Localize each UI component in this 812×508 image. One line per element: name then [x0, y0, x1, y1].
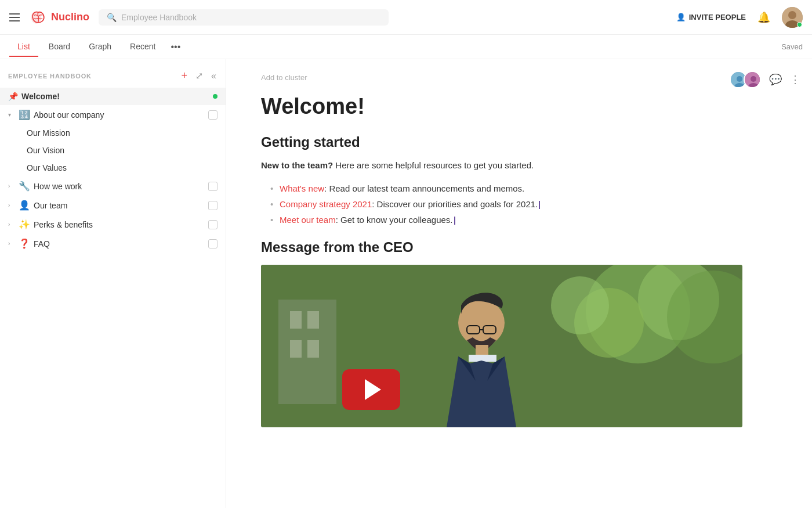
sidebar-title: EMPLOYEE HANDBOOK: [8, 73, 92, 80]
svg-rect-18: [307, 311, 319, 329]
svg-point-2: [788, 11, 796, 19]
online-dot: [213, 94, 217, 99]
collaborator-avatars: [730, 71, 761, 88]
svg-point-15: [551, 276, 609, 334]
chevron-right-icon: ›: [8, 240, 15, 247]
sidebar-item-about[interactable]: ▾ 🔢 About our company: [0, 105, 226, 124]
collapse-sidebar-button[interactable]: «: [210, 70, 217, 82]
perks-icon: ✨: [19, 219, 30, 230]
item-checkbox[interactable]: [208, 110, 217, 120]
svg-rect-19: [290, 340, 302, 358]
top-nav: Nuclino 🔍 Employee Handbook 👤 INVITE PEO…: [0, 0, 812, 35]
sidebar-item-label: Our Mission: [27, 128, 70, 138]
tabs-row: List Board Graph Recent ••• Saved: [0, 35, 812, 59]
sidebar-item-label: Welcome!: [21, 92, 209, 101]
sidebar-item-label: FAQ: [34, 239, 205, 248]
more-options-icon[interactable]: ⋮: [790, 73, 800, 86]
user-avatar-wrap: [782, 7, 803, 28]
intro-bold-text: New to the team?: [261, 160, 333, 170]
resource-list: What's new: Read our latest team announc…: [261, 181, 777, 228]
collaborator-avatar-2: [744, 71, 761, 88]
intro-text: Here are some helpful resources to get y…: [333, 160, 534, 170]
notifications-bell[interactable]: 🔔: [757, 11, 770, 24]
brain-icon: [29, 8, 48, 27]
main-content: 💬 ⋮ Add to cluster Welcome! Getting star…: [226, 59, 812, 508]
tab-board[interactable]: Board: [41, 37, 78, 57]
ceo-video[interactable]: [261, 265, 742, 427]
cursor-1: [539, 201, 540, 209]
how-icon: 🔧: [19, 181, 30, 192]
sidebar-item-values[interactable]: Our Values: [0, 159, 226, 176]
list-item: Meet our team: Get to know your colleagu…: [273, 212, 777, 228]
video-background: [261, 265, 742, 427]
chevron-right-icon: ›: [8, 221, 15, 228]
team-icon: 👤: [19, 200, 30, 211]
sidebar-actions: + ⤢ «: [180, 69, 217, 83]
tab-recent[interactable]: Recent: [122, 37, 164, 57]
logo-text: Nuclino: [51, 11, 89, 23]
item-checkbox[interactable]: [208, 201, 217, 210]
search-input: Employee Handbook: [121, 13, 197, 22]
strategy-link[interactable]: Company strategy 2021: [280, 199, 372, 209]
tabs-more-button[interactable]: •••: [166, 39, 185, 55]
bullet-text-1: : Read our latest team announcements and…: [324, 183, 524, 193]
svg-point-21: [458, 300, 505, 346]
logo[interactable]: Nuclino: [29, 8, 89, 27]
sidebar-header: EMPLOYEE HANDBOOK + ⤢ «: [0, 64, 226, 88]
search-bar[interactable]: 🔍 Employee Handbook: [99, 9, 389, 26]
sidebar-item-label: Our Vision: [27, 146, 64, 155]
invite-button[interactable]: 👤 INVITE PEOPLE: [676, 13, 746, 21]
item-checkbox[interactable]: [208, 239, 217, 248]
chevron-right-icon: ›: [8, 202, 15, 208]
sidebar-item-label: Our team: [34, 201, 205, 210]
video-bg-svg: [261, 265, 742, 427]
sidebar-item-label: How we work: [34, 182, 205, 191]
sidebar-item-perks[interactable]: › ✨ Perks & benefits: [0, 215, 226, 234]
online-indicator: [797, 22, 802, 27]
play-button[interactable]: [342, 369, 400, 410]
chevron-down-icon: ▾: [8, 111, 15, 118]
content-toolbar: 💬 ⋮: [730, 71, 800, 88]
item-checkbox[interactable]: [208, 220, 217, 229]
sidebar-item-label: Perks & benefits: [34, 220, 205, 229]
sidebar-item-faq[interactable]: › ❓ FAQ: [0, 234, 226, 253]
sidebar-item-label: Our Values: [27, 163, 67, 172]
sidebar-item-vision[interactable]: Our Vision: [0, 142, 226, 159]
comment-icon[interactable]: 💬: [769, 73, 782, 86]
expand-sidebar-button[interactable]: ⤢: [194, 69, 204, 82]
svg-point-8: [751, 76, 756, 82]
list-item: What's new: Read our latest team announc…: [273, 181, 777, 196]
sidebar-item-mission[interactable]: Our Mission: [0, 124, 226, 142]
list-item: Company strategy 2021: Discover our prio…: [273, 196, 777, 212]
chevron-right-icon: ›: [8, 183, 15, 189]
nav-right: 👤 INVITE PEOPLE 🔔: [676, 7, 803, 28]
whats-new-link[interactable]: What's new: [280, 183, 324, 193]
about-icon: 🔢: [19, 109, 30, 120]
add-to-cluster[interactable]: Add to cluster: [261, 73, 777, 82]
item-checkbox[interactable]: [208, 182, 217, 191]
sidebar: EMPLOYEE HANDBOOK + ⤢ « 📌 Welcome! ▾ 🔢 A…: [0, 59, 226, 508]
invite-label: INVITE PEOPLE: [689, 13, 746, 21]
saved-indicator: Saved: [781, 42, 803, 51]
bullet-text-3: : Get to know your colleagues.: [336, 215, 453, 225]
add-item-button[interactable]: +: [180, 69, 189, 83]
sidebar-item-how[interactable]: › 🔧 How we work: [0, 176, 226, 196]
document-title: Welcome!: [261, 93, 777, 120]
hamburger-menu[interactable]: [9, 13, 20, 21]
pin-icon: 📌: [8, 92, 18, 101]
tab-graph[interactable]: Graph: [81, 37, 119, 57]
getting-started-heading: Getting started: [261, 134, 777, 150]
faq-icon: ❓: [19, 238, 30, 249]
play-triangle-icon: [365, 379, 381, 400]
meet-team-link[interactable]: Meet our team: [280, 215, 336, 225]
tab-list[interactable]: List: [9, 37, 38, 57]
sidebar-item-welcome[interactable]: 📌 Welcome!: [0, 88, 226, 105]
ceo-section-heading: Message from the CEO: [261, 239, 777, 255]
body-area: EMPLOYEE HANDBOOK + ⤢ « 📌 Welcome! ▾ 🔢 A…: [0, 59, 812, 508]
svg-rect-17: [290, 311, 302, 329]
svg-rect-26: [469, 355, 496, 362]
sidebar-item-label: About our company: [34, 110, 205, 120]
sidebar-item-team[interactable]: › 👤 Our team: [0, 196, 226, 215]
invite-icon: 👤: [676, 13, 686, 21]
svg-rect-20: [307, 340, 319, 358]
